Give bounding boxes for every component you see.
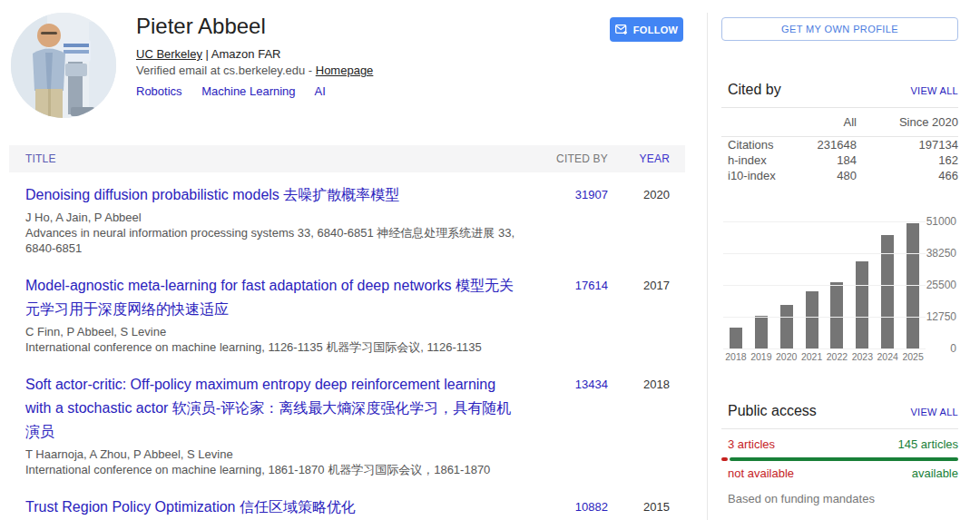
chart-gridline xyxy=(723,348,926,349)
stat-value-all: 231648 xyxy=(779,137,857,152)
chart-y-tick-label: 38250 xyxy=(926,247,956,260)
not-available-count[interactable]: 3 articles xyxy=(728,437,775,451)
interest-robotics[interactable]: Robotics xyxy=(136,84,182,98)
stat-value-all: 480 xyxy=(779,168,857,183)
public-access-title: Public access xyxy=(728,403,817,419)
chart-gridline xyxy=(723,253,926,254)
chart-y-tick-label: 0 xyxy=(950,342,956,355)
profile-name: Pieter Abbeel xyxy=(136,13,590,40)
chart-x-label: 2021 xyxy=(799,351,824,362)
publication-title-link[interactable]: Model-agnostic meta-learning for fast ad… xyxy=(25,274,519,321)
get-my-own-profile-button[interactable]: GET MY OWN PROFILE xyxy=(721,17,958,41)
affiliation-rest: | Amazon FAR xyxy=(202,47,280,61)
chart-bar-2022[interactable] xyxy=(830,282,843,348)
cited-by-count-link[interactable]: 31907 xyxy=(543,183,608,256)
chart-bar-2025[interactable] xyxy=(906,223,919,348)
available-segment xyxy=(730,457,958,461)
sort-by-year[interactable]: YEAR xyxy=(608,152,670,165)
affiliation-line: UC Berkeley | Amazon FAR xyxy=(136,46,590,63)
chart-x-label: 2023 xyxy=(850,351,875,362)
chart-x-label: 2018 xyxy=(723,351,748,362)
profile-header: Pieter Abbeel UC Berkeley | Amazon FAR V… xyxy=(136,13,590,100)
chart-gridline xyxy=(723,285,926,286)
public-access-view-all-link[interactable]: VIEW ALL xyxy=(910,407,958,417)
chart-y-tick-label: 25500 xyxy=(926,279,956,291)
cited-by-count-link[interactable]: 13434 xyxy=(543,373,608,477)
chart-bar-2023[interactable] xyxy=(856,261,868,348)
public-access-panel: Public access VIEW ALL 3 articles 145 ar… xyxy=(721,403,958,505)
publication-title-link[interactable]: Soft actor-critic: Off-policy maximum en… xyxy=(25,373,519,444)
cited-by-count-link[interactable]: 10882 xyxy=(543,495,608,520)
publication-authors: C Finn, P Abbeel, S Levine xyxy=(25,324,519,339)
table-row: Denoising diffusion probabilistic models… xyxy=(9,174,685,265)
envelope-add-icon xyxy=(615,25,628,35)
publication-title-link[interactable]: Denoising diffusion probabilistic models… xyxy=(25,183,519,207)
verified-email-text: Verified email at cs.berkeley.edu - xyxy=(136,64,316,77)
interest-machine-learning[interactable]: Machine Learning xyxy=(201,84,295,98)
stat-value-since: 197134 xyxy=(857,137,958,152)
chart-x-label: 2019 xyxy=(749,351,773,362)
chart-bar-2021[interactable] xyxy=(806,291,818,348)
publications-list: Denoising diffusion probabilistic models… xyxy=(9,174,685,520)
chart-gridline xyxy=(723,221,926,222)
available-count[interactable]: 145 articles xyxy=(898,437,958,451)
publication-title-link[interactable]: Trust Region Policy Optimization 信任区域策略优… xyxy=(25,495,519,519)
publication-authors: J Ho, A Jain, P Abbeel xyxy=(25,210,519,225)
stat-value-since: 466 xyxy=(857,168,958,183)
publication-year: 2020 xyxy=(608,183,670,256)
chart-bar-2024[interactable] xyxy=(881,235,894,348)
homepage-link[interactable]: Homepage xyxy=(316,64,374,77)
vertical-divider xyxy=(707,13,708,520)
table-row: Trust Region Policy Optimization 信任区域策略优… xyxy=(9,486,685,520)
publication-authors: T Haarnoja, A Zhou, P Abbeel, S Levine xyxy=(25,446,519,462)
cited-by-view-all-link[interactable]: VIEW ALL xyxy=(910,85,958,96)
citations-per-year-chart: 20182019202020212022202320242025 0127502… xyxy=(721,212,958,363)
affiliation-link[interactable]: UC Berkeley xyxy=(136,47,202,61)
sort-by-title[interactable]: TITLE xyxy=(25,152,543,165)
chart-bar-2020[interactable] xyxy=(780,305,793,348)
publication-venue: International conference on machine lear… xyxy=(25,339,519,355)
chart-x-label: 2022 xyxy=(825,351,849,362)
chart-bar-2019[interactable] xyxy=(755,316,768,348)
interest-links: Robotics Machine Learning AI xyxy=(136,83,590,100)
publication-year: 2015 xyxy=(608,495,670,520)
public-access-progress-bar xyxy=(721,457,958,461)
stat-label: i10-index xyxy=(728,168,779,183)
chart-bar-2018[interactable] xyxy=(730,328,742,348)
sort-by-cited[interactable]: CITED BY xyxy=(543,152,608,165)
publication-year: 2017 xyxy=(608,274,670,355)
stat-label: h-index xyxy=(728,152,779,168)
verified-email-line: Verified email at cs.berkeley.edu - Home… xyxy=(136,63,590,79)
profile-photo[interactable] xyxy=(11,13,116,118)
publication-venue: Advances in neural information processin… xyxy=(25,225,519,256)
publications-table-header: TITLE CITED BY YEAR xyxy=(9,145,685,172)
stat-row-i10-index: i10-index 480 466 xyxy=(721,168,958,183)
chart-y-tick-label: 51000 xyxy=(926,215,956,228)
col-all: All xyxy=(779,115,857,129)
cited-by-panel: Cited by VIEW ALL All Since 2020 Citatio… xyxy=(721,82,958,183)
stat-row-citations: Citations 231648 197134 xyxy=(721,137,958,152)
table-row: Soft actor-critic: Off-policy maximum en… xyxy=(9,364,685,486)
funding-mandates-note: Based on funding mandates xyxy=(721,492,958,505)
stat-value-since: 162 xyxy=(857,152,958,168)
available-label: available xyxy=(912,466,958,480)
chart-x-label: 2024 xyxy=(876,351,900,362)
scholar-profile-page: Pieter Abbeel UC Berkeley | Amazon FAR V… xyxy=(0,0,980,520)
stats-column-headers: All Since 2020 xyxy=(721,108,958,137)
follow-button[interactable]: FOLLOW xyxy=(610,17,683,42)
chart-x-label: 2020 xyxy=(774,351,799,362)
chart-y-tick-label: 12750 xyxy=(926,310,956,323)
cited-by-count-link[interactable]: 17614 xyxy=(543,274,608,355)
cited-by-title: Cited by xyxy=(728,82,781,98)
stat-value-all: 184 xyxy=(779,152,857,168)
not-available-label: not available xyxy=(728,466,794,480)
profile-photo-image xyxy=(11,13,116,118)
stat-row-h-index: h-index 184 162 xyxy=(721,152,958,168)
stat-label: Citations xyxy=(728,137,779,152)
follow-label: FOLLOW xyxy=(633,25,678,35)
chart-x-axis-labels: 20182019202020212022202320242025 xyxy=(723,351,926,362)
interest-ai[interactable]: AI xyxy=(314,84,325,98)
not-available-segment xyxy=(721,457,728,461)
table-row: Model-agnostic meta-learning for fast ad… xyxy=(9,265,685,364)
publication-year: 2018 xyxy=(608,373,670,477)
